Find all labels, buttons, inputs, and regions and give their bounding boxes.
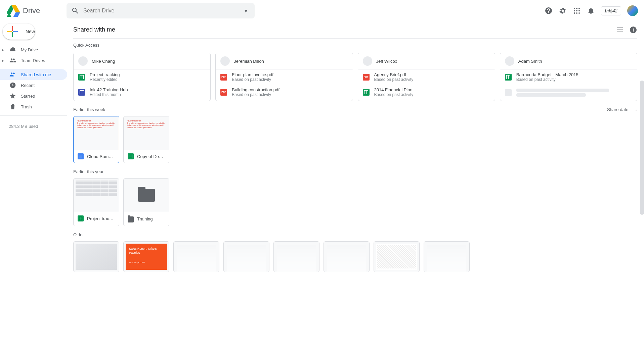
apps-grid-icon[interactable] — [573, 7, 581, 15]
quick-access-item[interactable]: Project trackingRecently edited — [74, 69, 210, 85]
file-thumbnail — [374, 242, 419, 272]
search-bar[interactable]: ▾ — [67, 3, 255, 18]
section-title: Older — [73, 232, 637, 237]
file-subtitle: Based on past activity — [516, 77, 632, 82]
section-header: Earlier this year — [73, 169, 637, 174]
sheets-icon — [78, 74, 85, 81]
quick-access-item[interactable]: Floor plan invoice.pdfBased on past acti… — [216, 69, 352, 85]
nav-list: ▸My Drive▸Team DrivesShared with meRecen… — [0, 44, 67, 112]
svg-point-9 — [574, 12, 575, 14]
header-icons: Ink|42 — [545, 5, 641, 16]
file-card[interactable] — [374, 241, 420, 272]
quick-access-person: Adam Smith — [500, 53, 637, 69]
file-title: Project tracking — [90, 72, 206, 77]
brand-badge[interactable]: Ink|42 — [601, 6, 621, 15]
drive-icon — [9, 46, 16, 53]
sidebar-item-shared-with-me[interactable]: Shared with me — [0, 69, 67, 80]
file-title: Agency Brief.pdf — [374, 72, 490, 77]
file-thumbnail — [424, 242, 469, 272]
sidebar-item-label: My Drive — [21, 47, 38, 52]
svg-point-10 — [576, 12, 577, 14]
main-content: Shared with me Quick Access Mike ChangPr… — [67, 21, 644, 351]
sidebar-item-team-drives[interactable]: ▸Team Drives — [0, 55, 67, 66]
file-title: Ink-42 Training Hub — [90, 87, 206, 92]
file-grid: READ THIS FIRSTThis is file is a templat… — [73, 116, 637, 163]
search-input[interactable] — [83, 8, 238, 14]
file-thumbnail — [174, 242, 219, 272]
file-name: Project tracking — [87, 216, 115, 221]
sidebar-item-my-drive[interactable]: ▸My Drive — [0, 44, 67, 55]
quick-access-card: Adam SmithBarracuda Budget - March 2015B… — [500, 53, 637, 101]
quick-access-item[interactable]: 2014 Financial PlanBased on past activit… — [358, 85, 495, 100]
chevron-right-icon[interactable]: ▸ — [1, 59, 5, 62]
file-card[interactable] — [173, 241, 219, 272]
person-name: Jeff Wilcox — [376, 59, 397, 64]
file-card[interactable] — [223, 241, 269, 272]
search-icon[interactable] — [71, 7, 79, 15]
quick-access-item[interactable]: Agency Brief.pdfBased on past activity — [358, 69, 495, 85]
file-title: Floor plan invoice.pdf — [232, 72, 348, 77]
file-card[interactable]: Sales Report: Mike's PastriesMike Chang … — [123, 241, 169, 272]
file-thumbnail — [74, 179, 119, 212]
file-grid: Project trackingTraining — [73, 178, 637, 226]
list-view-icon[interactable] — [616, 26, 624, 34]
search-dropdown-icon[interactable]: ▾ — [242, 7, 250, 15]
quick-access-item[interactable]: Ink-42 Training HubEdited this month — [74, 85, 210, 100]
file-card[interactable]: Project tracking — [73, 178, 119, 226]
new-button-label: New — [26, 29, 35, 34]
svg-point-5 — [578, 8, 580, 9]
sheets-icon — [363, 89, 370, 96]
help-icon[interactable] — [545, 7, 553, 15]
notifications-icon[interactable] — [587, 7, 595, 15]
info-icon[interactable] — [629, 26, 637, 34]
file-subtitle: Based on past activity — [232, 92, 348, 97]
chevron-right-icon[interactable]: ▸ — [1, 48, 5, 52]
svg-point-11 — [578, 12, 580, 14]
person-name: Adam Smith — [518, 59, 542, 64]
file-name: Training — [137, 216, 153, 221]
star-icon — [9, 93, 16, 99]
file-thumbnail — [224, 242, 269, 272]
new-button[interactable]: New — [3, 23, 35, 40]
file-grid: Sales Report: Mike's PastriesMike Chang … — [73, 241, 637, 272]
file-title: Building construction.pdf — [232, 87, 348, 92]
file-card[interactable] — [424, 241, 470, 272]
share-date-sort[interactable]: Share date↓ — [607, 107, 637, 112]
file-title: Barracuda Budget - March 2015 — [516, 72, 632, 77]
sidebar-item-label: Trash — [21, 104, 32, 109]
file-card[interactable] — [73, 241, 119, 272]
logo-area[interactable]: Drive — [3, 4, 67, 17]
file-thumbnail — [124, 179, 169, 212]
file-subtitle: Based on past activity — [232, 77, 348, 82]
file-card[interactable]: READ THIS FIRSTThis is file is a templat… — [73, 116, 119, 163]
file-title: 2014 Financial Plan — [374, 87, 490, 92]
pdf-icon — [363, 74, 370, 81]
svg-point-6 — [574, 10, 575, 11]
quick-access-person: Mike Chang — [74, 53, 210, 69]
svg-point-4 — [576, 8, 577, 9]
sidebar-item-trash[interactable]: Trash — [0, 101, 67, 112]
header: Drive ▾ Ink|42 — [0, 0, 644, 21]
quick-access-item[interactable]: Building construction.pdfBased on past a… — [216, 85, 352, 100]
shared-icon — [9, 71, 16, 78]
quick-access-item[interactable]: Barracuda Budget - March 2015Based on pa… — [500, 69, 637, 85]
sidebar-item-label: Recent — [21, 83, 35, 88]
file-card[interactable]: Training — [123, 178, 169, 226]
person-avatar — [505, 56, 514, 66]
file-card[interactable] — [273, 241, 319, 272]
sidebar-item-starred[interactable]: Starred — [0, 91, 67, 101]
file-subtitle: Based on past activity — [374, 77, 490, 82]
file-card[interactable]: READ THIS FIRSTThis is file is a templat… — [123, 116, 169, 163]
sidebar-item-recent[interactable]: Recent — [0, 80, 67, 91]
sheets-icon — [505, 74, 512, 81]
settings-gear-icon[interactable] — [559, 7, 567, 15]
svg-point-8 — [578, 10, 580, 11]
file-name: Cloud Summits '... — [87, 154, 115, 159]
quick-access-row: Mike ChangProject trackingRecently edite… — [73, 53, 637, 101]
file-card[interactable] — [324, 241, 370, 272]
sheets-icon — [78, 215, 84, 221]
quick-access-person: Jeff Wilcox — [358, 53, 495, 69]
scrollbar[interactable] — [640, 81, 644, 215]
user-avatar[interactable] — [627, 5, 638, 16]
page-header: Shared with me — [73, 21, 637, 38]
